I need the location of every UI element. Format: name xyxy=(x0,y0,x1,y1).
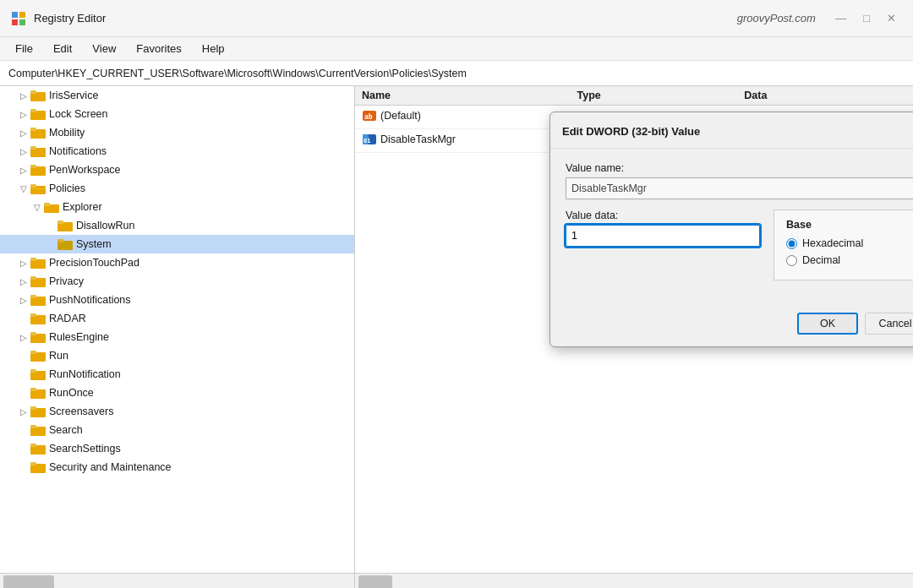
dialog-footer: OK Cancel xyxy=(550,308,913,346)
tree-item-search[interactable]: Search xyxy=(0,421,354,439)
tree-item-irisservice[interactable]: ▷ IrisService xyxy=(0,86,354,105)
hexadecimal-radio[interactable] xyxy=(786,238,797,249)
svg-text:ab: ab xyxy=(364,113,373,121)
expand-toggle[interactable]: ▽ xyxy=(30,200,44,214)
scrollbar-left[interactable] xyxy=(0,574,355,588)
folder-icon xyxy=(30,387,46,399)
title-bar-left: Registry Editor xyxy=(10,10,106,27)
tree-item-pushnotifications[interactable]: ▷ PushNotifications xyxy=(0,291,354,309)
tree-label: Notifications xyxy=(49,145,107,157)
app-title: Registry Editor xyxy=(34,12,106,24)
svg-rect-1 xyxy=(19,12,25,18)
tree-item-runnotification[interactable]: RunNotification xyxy=(0,365,354,384)
main-content: ▷ IrisService ▷ Lock Screen ▷ Mobility ▷… xyxy=(0,86,913,573)
expand-toggle[interactable]: ▷ xyxy=(17,330,30,344)
menu-view[interactable]: View xyxy=(84,40,124,57)
tree-item-precisiontouchpad[interactable]: ▷ PrecisionTouchPad xyxy=(0,253,354,272)
dialog-title: Edit DWORD (32-bit) Value xyxy=(562,125,700,138)
scrollbar-right[interactable] xyxy=(355,574,913,588)
folder-icon xyxy=(30,294,46,306)
tree-item-securitymaintenance[interactable]: Security and Maintenance xyxy=(0,458,354,476)
minimize-button[interactable]: — xyxy=(828,10,853,26)
expand-toggle[interactable]: ▷ xyxy=(17,256,30,270)
tree-label: Screensavers xyxy=(49,406,113,417)
folder-icon xyxy=(30,331,46,343)
tree-item-rulesengine[interactable]: ▷ RulesEngine xyxy=(0,328,354,346)
radio-hexadecimal[interactable]: Hexadecimal xyxy=(786,237,913,249)
folder-icon-selected xyxy=(57,238,73,250)
value-name-label: Value name: xyxy=(566,162,913,174)
close-button[interactable]: ✕ xyxy=(880,10,903,26)
dialog-close-button[interactable]: ✕ xyxy=(909,121,913,141)
folder-icon xyxy=(30,313,46,324)
decimal-radio[interactable] xyxy=(786,255,797,266)
tree-item-lockscreen[interactable]: ▷ Lock Screen xyxy=(0,105,354,123)
tree-item-mobility[interactable]: ▷ Mobility xyxy=(0,123,354,142)
svg-rect-26 xyxy=(30,276,36,280)
ok-button[interactable]: OK xyxy=(797,313,858,335)
tree-item-runonce[interactable]: RunOnce xyxy=(0,384,354,402)
svg-rect-46 xyxy=(30,462,36,466)
row-name: ab (Default) xyxy=(355,106,570,129)
menu-file[interactable]: File xyxy=(7,40,41,57)
svg-rect-13 xyxy=(30,165,36,168)
expand-toggle[interactable]: ▷ xyxy=(17,275,30,288)
tree-label: Privacy xyxy=(49,275,84,287)
folder-icon xyxy=(30,461,46,473)
folder-icon xyxy=(30,164,46,176)
col-header-data: Data xyxy=(737,86,913,106)
expand-toggle[interactable]: ▷ xyxy=(17,89,30,102)
col-header-type: Type xyxy=(570,86,737,106)
folder-icon xyxy=(30,368,46,380)
tree-label: Search xyxy=(49,424,83,436)
svg-rect-38 xyxy=(30,388,36,391)
svg-rect-22 xyxy=(57,239,63,242)
tree-item-privacy[interactable]: ▷ Privacy xyxy=(0,272,354,291)
folder-icon xyxy=(30,257,46,269)
menu-help[interactable]: Help xyxy=(194,40,233,57)
menu-favorites[interactable]: Favorites xyxy=(128,40,189,57)
value-name-input[interactable] xyxy=(566,177,913,199)
watermark: groovyPost.com xyxy=(737,12,816,24)
tree-item-system[interactable]: System xyxy=(0,235,354,253)
radio-decimal[interactable]: Decimal xyxy=(786,254,913,266)
tree-item-penworkspace[interactable]: ▷ PenWorkspace xyxy=(0,161,354,179)
tree-item-radar[interactable]: RADAR xyxy=(0,309,354,328)
tree-item-disallowrun[interactable]: DisallowRun xyxy=(0,216,354,235)
tree-label: PushNotifications xyxy=(49,294,131,306)
svg-rect-24 xyxy=(30,258,36,261)
base-section: Base Hexadecimal Decimal xyxy=(774,210,913,280)
tree-label: RunOnce xyxy=(49,387,94,399)
tree-label: System xyxy=(76,238,112,250)
tree-item-policies[interactable]: ▽ Policies xyxy=(0,179,354,198)
tree-panel[interactable]: ▷ IrisService ▷ Lock Screen ▷ Mobility ▷… xyxy=(0,86,355,573)
svg-text:01: 01 xyxy=(364,138,370,144)
svg-rect-3 xyxy=(19,19,25,25)
svg-rect-9 xyxy=(30,128,36,131)
expand-toggle[interactable]: ▷ xyxy=(17,163,30,177)
dialog-body: Value name: Value data: Base Hexadecimal xyxy=(550,149,913,308)
tree-item-searchsettings[interactable]: SearchSettings xyxy=(0,439,354,458)
svg-rect-18 xyxy=(44,203,50,206)
tree-item-run[interactable]: Run xyxy=(0,346,354,365)
tree-label: PenWorkspace xyxy=(49,164,121,176)
folder-icon xyxy=(30,406,46,417)
expand-toggle[interactable]: ▷ xyxy=(17,126,30,139)
menu-edit[interactable]: Edit xyxy=(45,40,80,57)
scrollbar-area xyxy=(0,573,913,588)
cancel-button[interactable]: Cancel xyxy=(865,313,913,335)
tree-label: IrisService xyxy=(49,90,98,101)
expand-toggle[interactable]: ▷ xyxy=(17,144,30,158)
tree-item-screensavers[interactable]: ▷ Screensavers xyxy=(0,402,354,421)
expand-toggle[interactable]: ▷ xyxy=(17,107,30,121)
expand-toggle[interactable]: ▽ xyxy=(17,182,30,195)
value-data-input[interactable] xyxy=(566,225,760,247)
folder-icon xyxy=(30,275,46,287)
tree-label: Run xyxy=(49,350,68,362)
tree-item-notifications[interactable]: ▷ Notifications xyxy=(0,142,354,161)
maximize-button[interactable]: □ xyxy=(856,10,877,26)
tree-item-explorer[interactable]: ▽ Explorer xyxy=(0,198,354,216)
expand-toggle[interactable]: ▷ xyxy=(17,405,30,418)
svg-rect-5 xyxy=(30,90,36,94)
expand-toggle[interactable]: ▷ xyxy=(17,293,30,307)
